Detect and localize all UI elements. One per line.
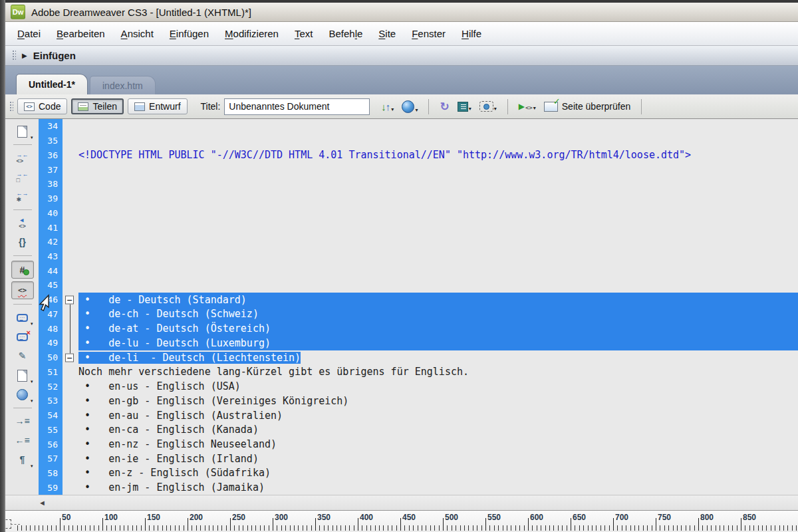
code-text[interactable] [78, 235, 798, 249]
line-number[interactable]: 34 [39, 119, 63, 134]
menu-datei[interactable]: Datei [9, 25, 49, 42]
code-text[interactable]: • de-at - Deutsch (Östereich) [78, 321, 798, 336]
line-number[interactable]: 47 [39, 307, 63, 322]
code-fold-toggle[interactable]: − [65, 353, 74, 362]
code-text[interactable] [78, 192, 798, 206]
line-number[interactable]: 42 [39, 235, 63, 249]
line-number[interactable]: 38 [39, 177, 63, 192]
line-number[interactable]: 44 [39, 263, 63, 278]
outdent-code-button[interactable]: ←≡ [12, 432, 33, 449]
menu-modifizieren[interactable]: Modifizieren [217, 25, 287, 42]
code-text[interactable]: • en-us - Englisch (USA) [78, 379, 798, 394]
line-number[interactable]: 40 [39, 205, 63, 220]
code-text[interactable]: • de-li - Deutsch (Liechtenstein) [78, 350, 798, 365]
select-parent-tag-button[interactable]: ◄<> [12, 215, 33, 231]
line-number[interactable]: 48 [39, 321, 63, 336]
line-number[interactable]: 39 [39, 192, 63, 206]
preview-in-browser-button[interactable]: ▾ [400, 99, 420, 114]
line-number[interactable]: 56 [39, 437, 63, 452]
drag-grip-icon[interactable] [9, 101, 13, 112]
balance-braces-button[interactable]: {} [12, 234, 33, 251]
code-text[interactable]: • en-z - Englisch (Südafrika) [78, 466, 798, 481]
code-fold-toggle[interactable]: − [65, 295, 74, 304]
code-text[interactable] [78, 205, 798, 220]
code-text[interactable]: • en-jm - Englisch (Jamaika) [78, 480, 798, 495]
wrap-tag-button[interactable]: ✎ [12, 348, 33, 364]
document-tab-indexhtm[interactable]: index.htm [90, 76, 156, 94]
line-numbers-button[interactable]: # [11, 261, 34, 279]
validate-markup-button[interactable]: ▶<>▾ [517, 100, 538, 112]
line-number[interactable]: 41 [39, 220, 63, 235]
remove-comment-button[interactable]: ···× [12, 329, 33, 345]
code-text[interactable]: • de-ch - Deutsch (Schweiz) [78, 307, 798, 322]
line-number[interactable]: 57 [39, 452, 63, 466]
refresh-button[interactable]: ↻ [438, 100, 451, 114]
line-number[interactable]: 43 [39, 249, 63, 264]
code-text[interactable]: • de-lu - Deutsch (Luxemburg) [78, 336, 798, 350]
collapse-selection-button[interactable]: →←□ [12, 169, 33, 186]
code-text[interactable]: <!DOCTYPE HTML PUBLIC "-//W3C//DTD HTML … [78, 148, 798, 162]
code-text[interactable] [78, 134, 798, 148]
teilen-view-button[interactable]: Teilen [71, 98, 124, 114]
code-text[interactable] [78, 162, 798, 177]
code-text[interactable]: Noch mehr verschiedene lang-Kürzel gibt … [78, 364, 798, 379]
code-editor[interactable]: 343536<!DOCTYPE HTML PUBLIC "-//W3C//DTD… [39, 119, 798, 495]
line-number[interactable]: 59 [39, 480, 63, 495]
menu-ansicht[interactable]: Ansicht [113, 25, 162, 42]
collapse-left-icon[interactable]: ◄ [39, 499, 46, 507]
line-number[interactable]: 51 [39, 364, 63, 379]
code-text[interactable] [78, 177, 798, 192]
line-number[interactable]: 35 [39, 134, 63, 148]
code-text[interactable]: • de - Deutsch (Standard) [78, 293, 798, 307]
line-number[interactable]: 52 [39, 379, 63, 394]
line-number[interactable]: 45 [39, 278, 63, 293]
move-css-button[interactable]: ▾ [12, 386, 33, 403]
menu-fenster[interactable]: Fenster [404, 25, 454, 42]
code-text[interactable]: • en-au - Englisch (Australien) [78, 408, 798, 423]
view-splitter[interactable]: ◄ [0, 495, 798, 510]
check-page-button[interactable]: Seite überprüfen [542, 100, 633, 113]
code-text[interactable] [78, 249, 798, 264]
indent-code-button[interactable]: →≡ [12, 413, 33, 430]
line-number[interactable]: 50 [39, 350, 63, 365]
insert-bar[interactable]: ▶ Einfügen [0, 46, 798, 66]
line-number[interactable]: 58 [39, 466, 63, 481]
menu-bearbeiten[interactable]: Bearbeiten [49, 25, 113, 42]
line-number[interactable]: 55 [39, 422, 63, 437]
format-source-code-button[interactable]: ¶▾ [12, 452, 33, 468]
document-tab-Untitled1[interactable]: Untitled-1* [16, 74, 88, 94]
line-number[interactable]: 54 [39, 408, 63, 423]
document-title-input[interactable] [224, 98, 370, 115]
menu-site[interactable]: Site [370, 25, 404, 42]
collapse-arrow-icon[interactable]: ▶ [22, 52, 27, 59]
menu-hilfe[interactable]: Hilfe [454, 25, 489, 42]
menu-einfgen[interactable]: Einfügen [162, 25, 217, 42]
menu-befehle[interactable]: Befehle [321, 25, 370, 42]
line-number[interactable]: 53 [39, 394, 63, 408]
line-number[interactable]: 49 [39, 336, 63, 350]
view-options-button[interactable]: ▾ [456, 100, 473, 113]
line-number[interactable]: 37 [39, 162, 63, 177]
code-text[interactable] [78, 263, 798, 278]
recent-snippets-button[interactable]: ▾ [12, 367, 33, 384]
apply-comment-button[interactable]: ···▾ [12, 309, 33, 326]
code-text[interactable] [78, 278, 798, 293]
expand-all-button[interactable]: ←→✱ [12, 188, 33, 205]
file-management-button[interactable]: ↓↑▾ [379, 100, 396, 114]
line-number[interactable]: 36 [39, 148, 63, 162]
drag-grip-icon[interactable] [12, 50, 16, 61]
code-text[interactable]: • en-nz - Englisch Neuseeland) [78, 437, 798, 452]
code-text[interactable] [78, 220, 798, 235]
code-text[interactable] [78, 119, 798, 134]
visual-aids-button[interactable]: ▾ [477, 100, 499, 113]
highlight-invalid-code-button[interactable]: <> [11, 281, 34, 299]
code-text[interactable]: • en-ie - Englisch (Irland) [78, 452, 798, 466]
entwurf-view-button[interactable]: Entwurf [128, 98, 187, 114]
menu-text[interactable]: Text [287, 25, 321, 42]
line-number[interactable]: 46 [39, 293, 63, 307]
code-view-button[interactable]: Code [17, 98, 67, 114]
open-documents-button[interactable]: ▾ [12, 123, 33, 140]
collapse-full-tag-button[interactable]: →←<> [12, 150, 33, 166]
code-text[interactable]: • en-ca - Englisch (Kanada) [78, 422, 798, 437]
code-text[interactable]: • en-gb - Englisch (Vereiniges Königreic… [78, 394, 798, 408]
